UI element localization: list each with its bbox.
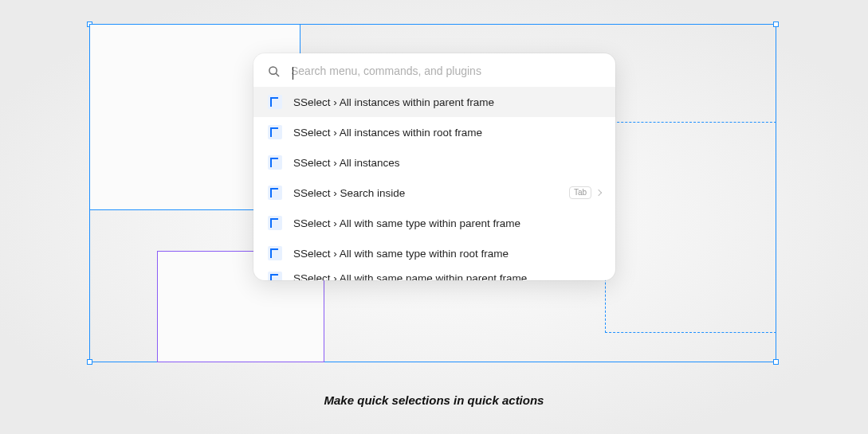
search-input[interactable] (291, 65, 601, 77)
plugin-icon (268, 186, 282, 200)
palette-item-label: SSelect › All instances within root fram… (293, 127, 601, 139)
command-palette-search-row (253, 53, 615, 87)
palette-item-label: SSelect › All with same type within root… (293, 248, 601, 260)
palette-item-label: SSelect › All instances within parent fr… (293, 96, 601, 108)
plugin-icon (268, 125, 282, 139)
palette-item[interactable]: SSelect › All with same name within pare… (253, 268, 615, 280)
selection-handle-bottom-right[interactable] (773, 359, 779, 365)
palette-item[interactable]: SSelect › All with same type within root… (253, 238, 615, 268)
caption-text: Make quick selections in quick actions (324, 393, 544, 410)
plugin-icon (268, 246, 282, 260)
palette-item-label: SSelect › All instances (293, 157, 601, 169)
caption-area: Make quick selections in quick actions (0, 393, 868, 410)
selection-handle-top-right[interactable] (773, 22, 779, 27)
palette-item-label: SSelect › All with same type within pare… (293, 217, 601, 229)
svg-point-0 (269, 66, 277, 73)
design-canvas[interactable]: SSelect › All instances within parent fr… (0, 0, 868, 434)
palette-item-label: SSelect › All with same name within pare… (293, 272, 601, 280)
command-palette: SSelect › All instances within parent fr… (253, 53, 615, 280)
palette-item-label: SSelect › Search inside (293, 187, 558, 199)
palette-item[interactable]: SSelect › Search inside Tab (253, 178, 615, 208)
selection-handle-bottom-left[interactable] (87, 359, 92, 365)
palette-item[interactable]: SSelect › All instances (253, 147, 615, 178)
canvas-frame-right-dashed[interactable] (605, 122, 776, 333)
search-icon (268, 65, 280, 77)
plugin-icon (268, 95, 282, 109)
plugin-icon (268, 216, 282, 230)
plugin-icon (268, 155, 282, 170)
tab-hint-pill: Tab (569, 186, 591, 199)
command-palette-results: SSelect › All instances within parent fr… (253, 87, 615, 280)
plugin-icon (268, 272, 282, 281)
palette-item[interactable]: SSelect › All with same type within pare… (253, 208, 615, 238)
palette-item-trailing: Tab (569, 186, 601, 199)
text-cursor (293, 67, 293, 80)
palette-item[interactable]: SSelect › All instances within root fram… (253, 117, 615, 147)
palette-item[interactable]: SSelect › All instances within parent fr… (253, 87, 615, 117)
chevron-right-icon (595, 190, 602, 196)
svg-line-1 (276, 73, 279, 76)
